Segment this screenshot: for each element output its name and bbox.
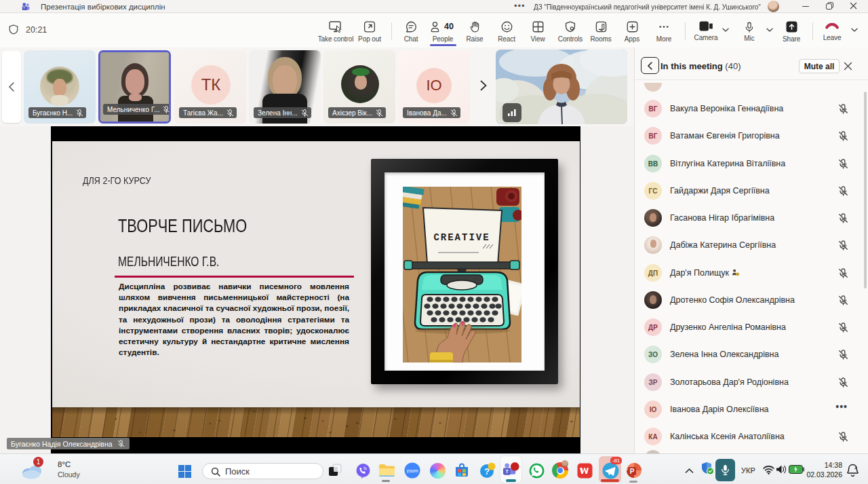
svg-text:P: P	[630, 468, 635, 475]
svg-text:zoom: zoom	[406, 468, 418, 473]
svg-text:?: ?	[484, 466, 490, 477]
svg-text:z: z	[854, 465, 857, 470]
svg-text:CREATIVE: CREATIVE	[433, 232, 490, 243]
svg-text:T: T	[23, 7, 25, 10]
svg-text:T: T	[505, 468, 509, 474]
